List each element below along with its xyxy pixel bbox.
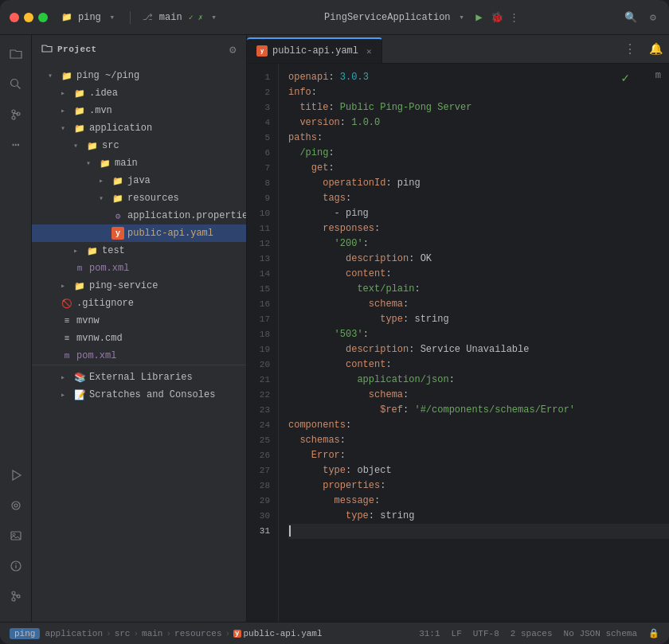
activity-search-button[interactable] (3, 72, 29, 97)
sidebar-item-idea[interactable]: 📁 .idea (32, 84, 246, 102)
sidebar-item-app-properties[interactable]: ⚙ application.properties (32, 207, 246, 224)
tree-label: External Libraries (89, 372, 193, 383)
debug-button[interactable]: 🐞 (491, 11, 503, 24)
code-line-2: info: (288, 85, 669, 100)
sidebar-item-java[interactable]: 📁 java (32, 172, 246, 189)
line-num-31: 31 (247, 524, 278, 539)
code-line-18: '503': (288, 327, 669, 342)
sidebar-item-test[interactable]: 📁 test (32, 242, 246, 260)
tree-label: Scratches and Consoles (89, 389, 215, 400)
json-schema[interactable]: No JSON schema (564, 629, 637, 638)
tree-label: application (89, 123, 152, 134)
sidebar-item-pom-root[interactable]: m pom.xml (32, 347, 246, 365)
status-bar: ping application › src › main › resource… (0, 622, 669, 644)
tab-public-api-yaml[interactable]: y public-api.yaml ✕ (247, 37, 382, 63)
settings-button[interactable]: ⚙ (647, 11, 659, 24)
chevron-right-icon (61, 106, 70, 115)
more-options-button[interactable]: ⋮ (508, 11, 521, 24)
tab-more-button[interactable]: ⋮ (614, 41, 646, 57)
minimap-label: m (655, 70, 661, 81)
activity-image-button[interactable] (3, 523, 29, 548)
svg-point-2 (12, 110, 15, 113)
code-line-3: title: Public Ping-Pong Server (288, 100, 669, 115)
breadcrumb-sep-4: › (225, 629, 231, 638)
sidebar-item-mvnw[interactable]: ≡ mvnw (32, 312, 246, 330)
svg-point-0 (10, 80, 18, 87)
sidebar-item-resources[interactable]: 📁 resources (32, 189, 246, 207)
sidebar-title: Project (57, 45, 97, 54)
sidebar-item-scratches[interactable]: 📝 Scratches and Consoles (32, 386, 246, 404)
editor-content[interactable]: 1 2 3 4 5 6 7 8 9 10 11 12 13 14 15 16 1… (247, 64, 669, 622)
code-line-5: paths: (288, 131, 669, 146)
code-line-10: - ping (288, 206, 669, 221)
tree-label: main (115, 158, 138, 169)
tree-label: java (127, 175, 151, 186)
activity-dots-button[interactable]: ⋯ (3, 132, 29, 158)
minimize-button[interactable] (24, 13, 33, 22)
project-name[interactable]: ping (78, 12, 101, 23)
activity-git-button[interactable] (3, 102, 29, 127)
tree-label: pom.xml (76, 350, 116, 361)
tab-label: public-api.yaml (272, 45, 358, 57)
encoding[interactable]: UTF-8 (473, 629, 499, 638)
project-section: 📁 ping ▾ (61, 11, 119, 24)
app-chevron-icon: ▾ (456, 11, 468, 24)
sidebar-item-ping-root[interactable]: 📁 ping ~/ping (32, 67, 246, 84)
line-num-1: 1 (247, 70, 278, 85)
maximize-button[interactable] (38, 13, 48, 22)
code-line-20: content: (288, 357, 669, 373)
activity-folder-button[interactable] (3, 41, 29, 67)
run-button[interactable]: ▶ (473, 11, 486, 24)
sidebar-settings-icon[interactable]: ⚙ (229, 43, 237, 57)
line-num-29: 29 (247, 494, 278, 509)
sidebar-item-ping-service[interactable]: 📁 ping-service (32, 277, 246, 295)
code-line-26: Error: (288, 448, 669, 463)
close-button[interactable] (10, 13, 19, 22)
sidebar-item-public-api-yaml[interactable]: y public-api.yaml (32, 224, 246, 242)
properties-icon: ⚙ (111, 209, 124, 222)
line-ending[interactable]: LF (452, 629, 462, 638)
yaml-icon: y (111, 227, 124, 240)
sidebar-item-external-libraries[interactable]: 📚 External Libraries (32, 369, 246, 386)
code-line-24: components: (288, 418, 669, 433)
code-line-30: type: string (288, 509, 669, 524)
line-num-20: 20 (247, 357, 278, 373)
line-num-15: 15 (247, 282, 278, 297)
sidebar-item-mvn[interactable]: 📁 .mvn (32, 102, 246, 119)
app-class-name[interactable]: PingServiceApplication (324, 12, 450, 23)
code-line-8: operationId: ping (288, 176, 669, 191)
activity-info-button[interactable] (3, 553, 29, 579)
breadcrumb-sep-1: › (106, 629, 111, 638)
ping-badge[interactable]: ping (10, 628, 40, 639)
sidebar-header: Project ⚙ (32, 35, 246, 64)
sidebar-item-mvnw-cmd[interactable]: ≡ mvnw.cmd (32, 330, 246, 347)
sidebar-item-gitignore[interactable]: 🚫 .gitignore (32, 295, 246, 312)
sidebar-item-main[interactable]: 📁 main (32, 154, 246, 172)
folder-icon: 📁 (73, 279, 86, 292)
activity-run-button[interactable] (3, 463, 29, 488)
activity-git-bottom-button[interactable] (3, 584, 29, 609)
code-line-28: properties: (288, 478, 669, 494)
line-num-5: 5 (247, 131, 278, 146)
sidebar-item-application[interactable]: 📁 application (32, 119, 246, 137)
tree-label: .idea (89, 88, 118, 99)
line-num-10: 10 (247, 206, 278, 221)
chevron-right-icon (61, 88, 70, 98)
mvnwcmd-icon: ≡ (61, 332, 73, 345)
line-num-3: 3 (247, 100, 278, 115)
indent-setting[interactable]: 2 spaces (511, 629, 553, 638)
sidebar-item-pom-app[interactable]: m pom.xml (32, 260, 246, 277)
search-button[interactable]: 🔍 (624, 11, 637, 24)
line-num-9: 9 (247, 191, 278, 206)
branch-name[interactable]: main (159, 12, 182, 23)
svg-point-3 (12, 116, 15, 119)
code-line-19: description: Service Unavailable (288, 342, 669, 357)
folder-icon: 📁 (61, 69, 73, 82)
svg-point-14 (12, 598, 15, 601)
sidebar-item-src[interactable]: 📁 src (32, 137, 246, 154)
tab-close-button[interactable]: ✕ (366, 46, 372, 57)
sidebar-bottom: 📚 External Libraries 📝 Scratches and Con… (32, 365, 246, 407)
tree-label: resources (127, 193, 179, 204)
code-editor[interactable]: ✓ m openapi: 3.0.3 info: title: Public P… (279, 64, 669, 622)
activity-debug-button[interactable] (3, 493, 29, 518)
